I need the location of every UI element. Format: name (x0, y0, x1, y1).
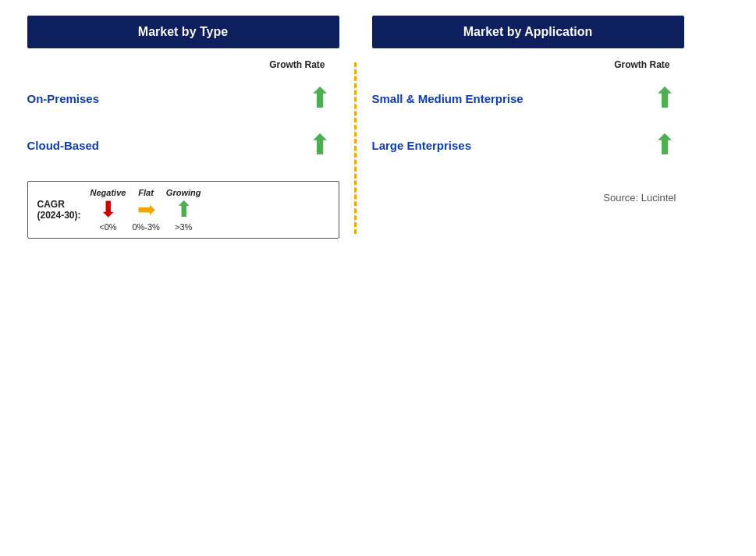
right-panel-header: Market by Application (372, 16, 684, 48)
negative-label: Negative (91, 188, 126, 197)
left-panel-header: Market by Type (27, 16, 339, 48)
sme-arrow-up-icon: ⬆ (653, 84, 676, 112)
on-premises-label: On-Premises (27, 92, 100, 105)
negative-arrow-icon: ⬇ (99, 199, 117, 221)
legend-flat: Flat ➡ 0%-3% (132, 188, 159, 232)
right-growth-rate-label: Growth Rate (372, 59, 684, 70)
left-panel: Market by Type Growth Rate On-Premises ⬆… (27, 16, 339, 239)
legend-negative: Negative ⬇ <0% (91, 188, 126, 232)
flat-range: 0%-3% (132, 222, 159, 232)
large-enterprises-label: Large Enterprises (372, 139, 472, 152)
left-row-cloud-based: Cloud-Based ⬆ (27, 123, 339, 167)
sme-label: Small & Medium Enterprise (372, 92, 524, 105)
cloud-based-arrow-up-icon: ⬆ (308, 131, 332, 159)
panels-wrapper: Market by Type Growth Rate On-Premises ⬆… (27, 16, 729, 250)
dashed-divider-line (354, 62, 357, 234)
large-enterprises-arrow-up-icon: ⬆ (653, 131, 676, 159)
left-row-on-premises: On-Premises ⬆ (27, 76, 339, 120)
growing-arrow-icon: ⬆ (175, 199, 193, 221)
right-row-large: Large Enterprises ⬆ (372, 123, 684, 167)
right-panel: Market by Application Growth Rate Small … (372, 16, 684, 204)
divider (355, 16, 357, 250)
legend-growing: Growing ⬆ >3% (166, 188, 201, 232)
legend-cagr-label: CAGR(2024-30): (37, 199, 81, 221)
flat-arrow-icon: ➡ (137, 199, 155, 221)
growing-range: >3% (175, 222, 192, 232)
left-growth-rate-label: Growth Rate (27, 59, 339, 70)
legend-box: CAGR(2024-30): Negative ⬇ <0% Flat ➡ 0%-… (27, 181, 339, 239)
source-label: Source: Lucintel (372, 192, 684, 204)
cloud-based-label: Cloud-Based (27, 139, 100, 152)
page-container: Market by Type Growth Rate On-Premises ⬆… (0, 0, 756, 556)
flat-label: Flat (138, 188, 154, 197)
growing-label: Growing (166, 188, 201, 197)
negative-range: <0% (99, 222, 116, 232)
on-premises-arrow-up-icon: ⬆ (308, 84, 332, 112)
right-row-sme: Small & Medium Enterprise ⬆ (372, 76, 684, 120)
